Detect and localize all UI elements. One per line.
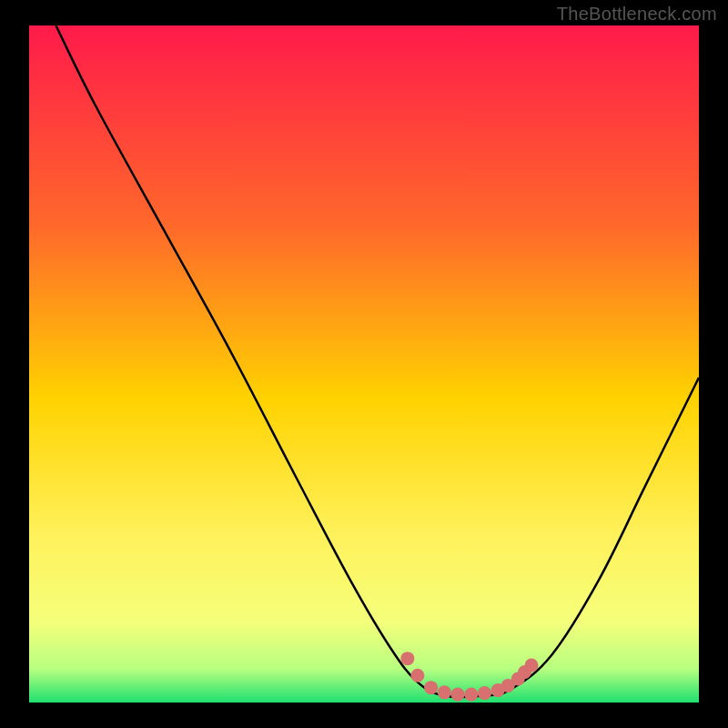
marker-dot	[478, 686, 491, 700]
marker-dot	[400, 652, 414, 665]
marker-dot	[410, 669, 424, 682]
marker-dot	[438, 685, 451, 699]
bottleneck-chart	[29, 25, 699, 703]
plot-area	[29, 25, 699, 703]
chart-container: TheBottleneck.com	[0, 0, 728, 728]
marker-dot	[525, 659, 539, 672]
marker-dot	[424, 681, 438, 694]
marker-dot	[464, 688, 478, 702]
watermark-text: TheBottleneck.com	[557, 4, 717, 25]
gradient-background	[29, 25, 699, 703]
marker-dot	[451, 688, 465, 702]
